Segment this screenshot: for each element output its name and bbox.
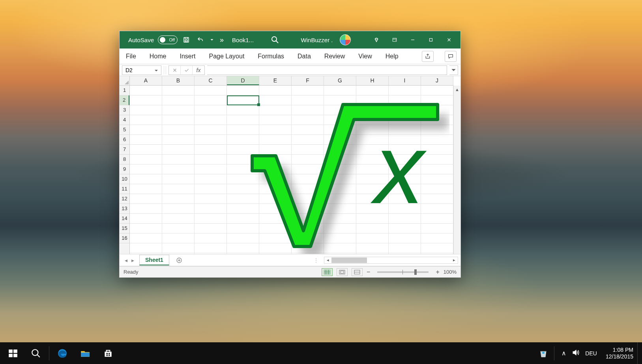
- zoom-value[interactable]: 100%: [444, 269, 457, 275]
- row-header[interactable]: 5: [120, 125, 129, 135]
- svg-rect-3: [393, 38, 396, 41]
- volume-icon[interactable]: [572, 349, 580, 358]
- diamond-icon[interactable]: [367, 31, 386, 49]
- recycle-bin-icon[interactable]: [535, 342, 552, 364]
- taskbar-clock[interactable]: 1:08 PM 12/18/2015: [602, 347, 637, 360]
- formula-bar-splitter[interactable]: [164, 66, 166, 75]
- autosave-toggle[interactable]: AutoSave Off: [128, 35, 178, 44]
- tab-splitter-icon[interactable]: ⋮: [313, 257, 322, 263]
- row-header[interactable]: 15: [120, 224, 129, 233]
- view-page-break-icon[interactable]: [352, 268, 363, 276]
- view-page-layout-icon[interactable]: [337, 268, 348, 276]
- scroll-right-icon[interactable]: ▸: [451, 258, 458, 263]
- tab-file[interactable]: File: [124, 51, 139, 62]
- zoom-slider[interactable]: [377, 271, 429, 273]
- row-header[interactable]: 16: [120, 233, 129, 243]
- svg-rect-11: [13, 349, 17, 353]
- formula-bar: D2 fx: [120, 64, 460, 76]
- row-header[interactable]: 3: [120, 105, 129, 115]
- tab-insert[interactable]: Insert: [177, 51, 198, 62]
- row-header[interactable]: 12: [120, 194, 129, 204]
- svg-point-2: [272, 37, 277, 41]
- cell-area[interactable]: x: [130, 86, 453, 254]
- share-icon[interactable]: [422, 51, 434, 62]
- column-header[interactable]: I: [389, 76, 421, 85]
- column-header[interactable]: H: [356, 76, 389, 85]
- row-header[interactable]: 11: [120, 184, 129, 194]
- formula-expand-icon[interactable]: [449, 65, 458, 75]
- row-header[interactable]: 10: [120, 174, 129, 184]
- vertical-scrollbar[interactable]: ▲: [453, 86, 460, 254]
- file-explorer-icon[interactable]: [74, 342, 97, 364]
- row-header[interactable]: 7: [120, 145, 129, 155]
- save-icon[interactable]: [181, 34, 192, 45]
- undo-dropdown-icon[interactable]: [209, 34, 215, 45]
- row-header[interactable]: 4: [120, 115, 129, 125]
- svg-rect-13: [13, 354, 17, 357]
- tab-review[interactable]: Review: [322, 51, 347, 62]
- column-header[interactable]: J: [421, 76, 453, 85]
- ribbon-display-icon[interactable]: [386, 31, 404, 49]
- sheet-nav[interactable]: ◂▸: [120, 257, 139, 263]
- column-header[interactable]: C: [195, 76, 227, 85]
- zoom-out-button[interactable]: −: [367, 269, 370, 276]
- show-desktop-button[interactable]: [637, 342, 640, 364]
- tab-help[interactable]: Help: [383, 51, 401, 62]
- edge-icon[interactable]: [51, 342, 74, 364]
- select-all-corner[interactable]: [120, 76, 130, 86]
- tray-overflow-icon[interactable]: ∧: [562, 349, 566, 357]
- row-header[interactable]: 6: [120, 135, 129, 145]
- svg-rect-12: [9, 354, 13, 357]
- enter-formula-icon[interactable]: [181, 66, 193, 75]
- column-header[interactable]: A: [130, 76, 162, 85]
- column-header[interactable]: F: [292, 76, 324, 85]
- row-header[interactable]: 9: [120, 164, 129, 174]
- column-header[interactable]: E: [259, 76, 292, 85]
- column-header[interactable]: G: [324, 76, 356, 85]
- svg-rect-17: [109, 353, 110, 354]
- row-header[interactable]: 14: [120, 214, 129, 224]
- column-header[interactable]: D: [227, 76, 259, 85]
- undo-icon[interactable]: [195, 34, 206, 45]
- zoom-in-button[interactable]: +: [436, 269, 439, 276]
- taskbar-search-icon[interactable]: [24, 342, 47, 364]
- store-icon[interactable]: [97, 342, 120, 364]
- row-header[interactable]: 13: [120, 204, 129, 214]
- horizontal-scrollbar[interactable]: ◂ ▸: [324, 257, 458, 264]
- sheet-tab-active[interactable]: Sheet1: [139, 255, 169, 265]
- new-sheet-icon[interactable]: [173, 257, 185, 263]
- row-header[interactable]: 1: [120, 86, 129, 95]
- cancel-formula-icon[interactable]: [169, 66, 181, 75]
- scroll-up-icon[interactable]: ▲: [455, 87, 459, 92]
- search-icon[interactable]: [270, 35, 280, 45]
- svg-rect-4: [430, 39, 432, 41]
- maximize-button[interactable]: [422, 31, 440, 49]
- scroll-thumb[interactable]: [331, 258, 367, 263]
- row-header[interactable]: 2: [120, 95, 129, 105]
- qat-overflow-icon[interactable]: »: [218, 34, 226, 45]
- name-box[interactable]: D2: [122, 65, 161, 75]
- account-name[interactable]: WinBuzzer .: [301, 37, 333, 43]
- tab-data[interactable]: Data: [295, 51, 313, 62]
- tab-page-layout[interactable]: Page Layout: [206, 51, 247, 62]
- minimize-button[interactable]: [404, 31, 422, 49]
- zoom-thumb[interactable]: [414, 269, 417, 275]
- start-button[interactable]: [2, 342, 24, 364]
- scroll-left-icon[interactable]: ◂: [324, 258, 331, 263]
- tab-home[interactable]: Home: [147, 51, 169, 62]
- tab-formulas[interactable]: Formulas: [255, 51, 286, 62]
- worksheet-grid[interactable]: A B C D E F G H I J 1 2 3 4 5 6 7 8 9 10…: [120, 76, 460, 254]
- formula-input[interactable]: [207, 65, 447, 75]
- insert-function-icon[interactable]: fx: [193, 66, 204, 75]
- autosave-switch[interactable]: Off: [158, 35, 178, 44]
- svg-point-14: [32, 349, 38, 355]
- view-normal-icon[interactable]: [322, 268, 333, 276]
- input-language[interactable]: DEU: [585, 350, 597, 357]
- close-button[interactable]: [440, 31, 458, 49]
- tab-view[interactable]: View: [356, 51, 374, 62]
- comments-icon[interactable]: [445, 51, 457, 62]
- account-avatar-icon[interactable]: [340, 34, 351, 45]
- name-box-dropdown-icon[interactable]: [153, 67, 159, 74]
- row-header[interactable]: 8: [120, 155, 129, 164]
- column-header[interactable]: B: [162, 76, 195, 85]
